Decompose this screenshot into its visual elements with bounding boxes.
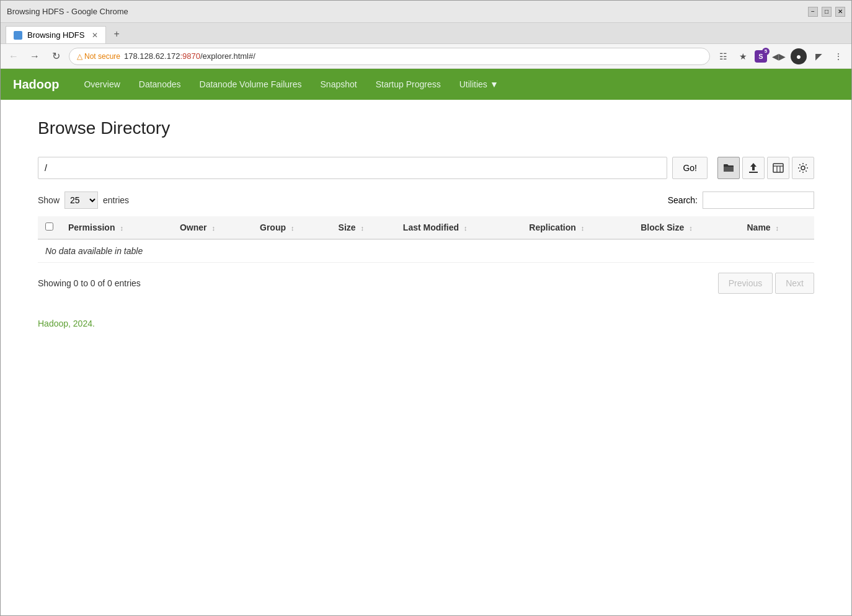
col-block-size[interactable]: Block Size ↕ [633,216,739,239]
footer-text: Hadoop, 2024. [38,319,814,328]
svg-point-5 [801,166,805,170]
menu-icon[interactable]: ⋮ [830,48,846,64]
upload-icon-btn[interactable] [742,157,765,179]
col-size[interactable]: Size ↕ [331,216,396,239]
extension-icon[interactable]: S 5 [755,50,767,63]
translate-icon[interactable]: ☷ [715,48,731,64]
bookmark-icon[interactable]: ★ [735,48,751,64]
hadoop-navbar: Hadoop Overview Datanodes Datanode Volum… [1,69,851,100]
path-input[interactable] [38,157,667,179]
warning-icon: △ [77,52,82,61]
search-area: Search: [668,191,814,209]
back-button[interactable]: ← [6,48,22,64]
settings-icon [797,162,809,174]
entries-select[interactable]: 10 25 50 100 [64,191,98,209]
sort-icon-size: ↕ [361,224,365,232]
tab-bar: Browsing HDFS ✕ + [1,23,851,44]
col-name[interactable]: Name ↕ [740,216,815,239]
window-title: Browsing HDFS - Google Chrome [7,7,128,16]
nav-utilities-dropdown[interactable]: Utilities ▼ [459,79,499,89]
active-tab[interactable]: Browsing HDFS ✕ [6,26,106,43]
no-data-text: No data available in table [45,246,143,256]
sort-icon-group: ↕ [291,224,295,232]
settings-icon-btn[interactable] [792,157,814,179]
sort-icon-owner: ↕ [211,224,215,232]
col-replication[interactable]: Replication ↕ [521,216,633,239]
extension-area: S 5 [755,50,767,63]
action-icons [717,157,814,179]
profile-icon[interactable]: ● [791,48,807,64]
nav-datanodes[interactable]: Datanodes [139,79,181,89]
hadoop-brand: Hadoop [13,77,59,92]
tab-label: Browsing HDFS [27,30,84,40]
extensions-icon[interactable]: ◀▶ [771,48,787,64]
folder-icon [723,163,734,173]
nav-snapshot[interactable]: Snapshot [321,79,357,89]
url-bar[interactable]: △ Not secure 178.128.62.172:9870/explore… [69,48,710,65]
pagination-controls: Previous Next [718,273,814,294]
refresh-button[interactable]: ↻ [48,48,64,64]
close-button[interactable]: ✕ [835,7,845,17]
tab-close-button[interactable]: ✕ [92,31,98,40]
table-footer: Showing 0 to 0 of 0 entries Previous Nex… [38,273,814,294]
extension-badge: 5 [762,48,770,55]
search-input[interactable] [703,191,814,209]
path-row: Go! [38,157,814,179]
table-icon [773,163,784,173]
sort-icon-name: ↕ [776,224,779,232]
dropdown-arrow-icon: ▼ [490,79,499,89]
folder-icon-btn[interactable] [717,157,740,179]
nav-datanode-volume-failures[interactable]: Datanode Volume Failures [200,79,302,89]
data-table: Permission ↕ Owner ↕ Group ↕ Size ↕ [38,216,814,263]
address-bar: ← → ↻ △ Not secure 178.128.62.172:9870/e… [1,44,851,69]
svg-rect-0 [749,172,758,173]
sort-icon-permission: ↕ [120,224,123,232]
col-owner[interactable]: Owner ↕ [172,216,252,239]
new-tab-button[interactable]: + [109,25,124,43]
sort-icon-block-size: ↕ [689,224,693,232]
no-data-row: No data available in table [38,239,814,263]
showing-text: Showing 0 to 0 of 0 entries [38,278,141,288]
browser-toolbar: ☷ ★ S 5 ◀▶ ● ◤ ⋮ [715,48,846,64]
col-group[interactable]: Group ↕ [252,216,331,239]
go-button[interactable]: Go! [672,157,708,179]
checkbox-header[interactable] [38,216,61,239]
select-all-checkbox[interactable] [45,222,53,231]
nav-startup-progress[interactable]: Startup Progress [376,79,441,89]
page-title: Browse Directory [38,118,814,138]
url-text: 178.128.62.172:9870/explorer.html#/ [124,51,255,61]
title-bar: Browsing HDFS - Google Chrome − □ ✕ [1,1,851,23]
main-content: Browse Directory Go! [1,100,851,615]
svg-rect-1 [773,164,783,172]
tab-favicon [14,31,22,40]
table-controls: Show 10 25 50 100 entries Search: [38,191,814,209]
forward-button[interactable]: → [27,48,43,64]
upload-icon [748,162,759,174]
next-button[interactable]: Next [775,273,814,294]
security-indicator: △ Not secure [77,52,120,61]
nav-overview[interactable]: Overview [84,79,120,89]
col-permission[interactable]: Permission ↕ [61,216,172,239]
table-header-row: Permission ↕ Owner ↕ Group ↕ Size ↕ [38,216,814,239]
minimize-button[interactable]: − [808,7,818,17]
previous-button[interactable]: Previous [718,273,773,294]
sort-icon-replication: ↕ [581,224,585,232]
table-icon-btn[interactable] [767,157,789,179]
col-last-modified[interactable]: Last Modified ↕ [396,216,521,239]
entries-label: entries [103,195,129,205]
show-entries-control: Show 10 25 50 100 entries [38,191,129,209]
sort-icon-last-modified: ↕ [464,224,468,232]
search-label: Search: [668,195,698,205]
show-label: Show [38,195,60,205]
maximize-button[interactable]: □ [822,7,832,17]
split-view-icon[interactable]: ◤ [810,48,827,64]
